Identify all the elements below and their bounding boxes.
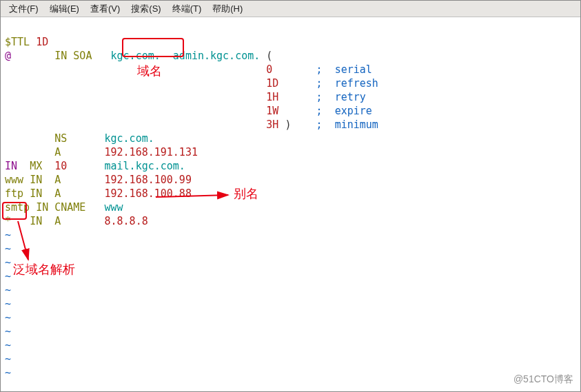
menu-edit[interactable]: 编辑(E)	[44, 1, 85, 17]
rec-wild-class: IN	[30, 215, 42, 227]
menu-file[interactable]: 文件(F)	[3, 1, 44, 17]
tilde-line: ~	[5, 229, 11, 241]
rec-smtp-val: www	[105, 201, 123, 214]
tilde-line: ~	[5, 367, 11, 379]
editor-area[interactable]: $TTL 1D @ IN SOA kgc.com. admin.kgc.com.…	[1, 17, 580, 384]
rec-ftp-type: A	[54, 187, 61, 200]
soa-serial-comment: serial	[335, 63, 372, 76]
tilde-line: ~	[5, 339, 11, 351]
menubar: 文件(F) 编辑(E) 查看(V) 搜索(S) 终端(T) 帮助(H)	[1, 1, 580, 17]
menu-view[interactable]: 查看(V)	[85, 1, 125, 17]
tilde-line: ~	[5, 256, 11, 269]
tilde-line: ~	[5, 311, 11, 324]
rec-ns-val: kgc.com.	[105, 132, 154, 145]
ttl-value: 1D	[36, 36, 48, 48]
soa-serial-val: 0	[266, 63, 272, 76]
menu-search[interactable]: 搜索(S)	[125, 1, 166, 17]
rec-www-type: A	[54, 174, 61, 186]
primary-ns: kgc.com.	[111, 50, 161, 62]
menu-help[interactable]: 帮助(H)	[207, 1, 248, 17]
rec-mx-prio: 10	[54, 160, 67, 172]
tilde-line: ~	[5, 325, 11, 338]
rec-www-val: 192.168.100.99	[105, 174, 192, 186]
soa-refresh-val: 1D	[266, 77, 278, 90]
rec-wild-name: *	[5, 215, 11, 227]
semi-1: ;	[316, 77, 323, 90]
soa-retry-comment: retry	[335, 91, 366, 103]
soa-retry-val: 1H	[266, 91, 278, 103]
rec-smtp-name: smtp	[5, 201, 30, 214]
rec-mx-val: mail.kgc.com.	[105, 160, 185, 172]
rec-ftp-val: 192.168.100.88	[105, 187, 192, 200]
rec-smtp-type: CNAME	[54, 201, 85, 214]
rec-a-root-type: A	[54, 146, 61, 158]
rec-www-class: IN	[30, 174, 42, 186]
origin-at: @	[5, 50, 11, 62]
rec-wild-type: A	[54, 215, 61, 227]
soa-expire-comment: expire	[335, 105, 372, 117]
watermark: @51CTO博客	[513, 373, 573, 386]
semi-4: ;	[316, 118, 323, 131]
tilde-line: ~	[5, 284, 11, 296]
rec-wild-val: 8.8.8.8	[105, 215, 148, 227]
class-in: IN	[54, 50, 67, 62]
menu-terminal[interactable]: 终端(T)	[167, 1, 207, 17]
rec-smtp-class: IN	[36, 201, 48, 214]
soa-refresh-comment: refresh	[335, 77, 378, 90]
soa-expire-val: 1W	[266, 105, 278, 117]
soa-type: SOA	[73, 50, 92, 62]
rec-www-name: www	[5, 174, 23, 186]
tilde-line: ~	[5, 298, 11, 310]
rec-ftp-class: IN	[30, 187, 42, 200]
semi-3: ;	[316, 105, 323, 117]
tilde-line: ~	[5, 353, 11, 365]
semi-0: ;	[316, 63, 323, 76]
soa-minimum-comment: minimum	[335, 118, 378, 131]
rec-mx-name: IN	[5, 160, 17, 172]
ttl-directive: $TTL	[5, 36, 30, 48]
tilde-line: ~	[5, 243, 11, 255]
semi-2: ;	[316, 91, 323, 103]
tilde-line: ~	[5, 270, 11, 282]
paren-close: )	[285, 118, 291, 131]
admin-mail: admin.kgc.com.	[173, 50, 260, 62]
soa-minimum-val: 3H	[266, 118, 278, 131]
paren-open: (	[266, 50, 272, 62]
rec-ftp-name: ftp	[5, 187, 23, 200]
rec-a-root-val: 192.168.191.131	[105, 146, 198, 158]
rec-mx-class: MX	[30, 160, 42, 172]
rec-ns-type: NS	[54, 132, 67, 145]
